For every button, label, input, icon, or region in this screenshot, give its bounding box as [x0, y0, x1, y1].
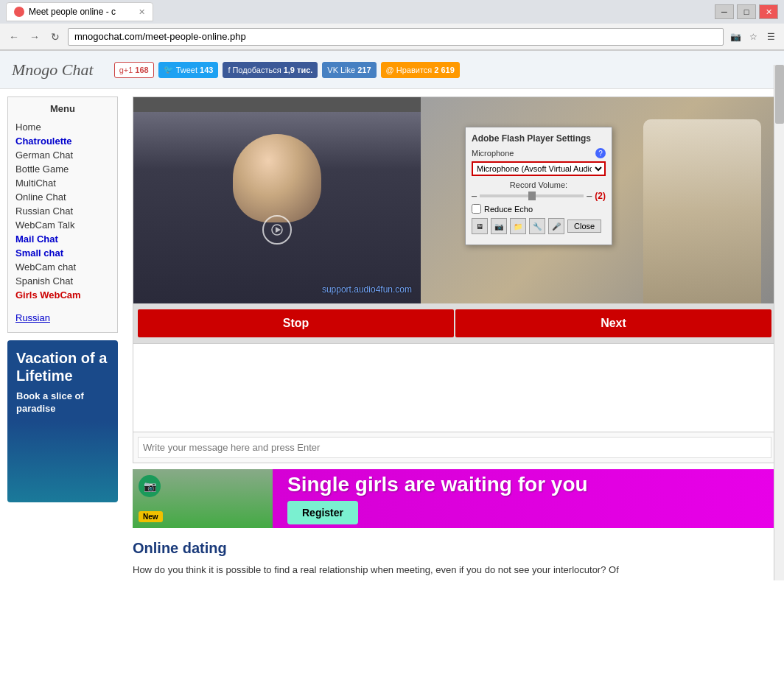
main-layout: Menu Home Chatroulette German Chat Bottl…: [0, 89, 784, 605]
sidebar-ad-title: Vacation of a Lifetime: [16, 349, 109, 384]
nav-bar: ← → ↻ 📷 ☆ ☰: [0, 24, 784, 50]
tab-favicon: [14, 7, 24, 17]
banner-headline: Single girls are waiting for you: [287, 473, 762, 496]
minimize-btn[interactable]: ─: [715, 4, 734, 19]
menu-icon[interactable]: ☰: [763, 29, 778, 44]
banner-area[interactable]: 📷 New Single girls are waiting for you R…: [133, 469, 777, 528]
chat-area: support.audio4fun.com Adobe Flash Player…: [133, 96, 777, 463]
sidebar-ad[interactable]: Vacation of a Lifetime Book a slice of p…: [7, 340, 118, 502]
fb-icon: f: [228, 66, 230, 74]
fb-btn[interactable]: f Подобасться 1,9 тис.: [223, 62, 318, 78]
banner-text-area: Single girls are waiting for you Registe…: [273, 473, 777, 524]
sidebar-item-bottle-game[interactable]: Bottle Game: [15, 164, 69, 175]
video-icon[interactable]: 📷: [728, 29, 743, 44]
sidebar-item-home[interactable]: Home: [15, 122, 41, 133]
refresh-btn[interactable]: ↻: [47, 29, 63, 45]
tab-close-btn[interactable]: ✕: [139, 7, 145, 17]
back-btn[interactable]: ←: [6, 29, 22, 45]
maximize-btn[interactable]: □: [737, 4, 756, 19]
address-bar[interactable]: [68, 28, 724, 46]
banner-cam-icon: 📷: [139, 475, 161, 497]
stop-btn[interactable]: Stop: [138, 309, 454, 337]
flash-icon-folder[interactable]: 📁: [510, 218, 526, 234]
sidebar-item-mail-chat[interactable]: Mail Chat: [15, 233, 58, 245]
flash-volume-label: Record Volume:: [472, 180, 606, 189]
btn-row: Stop Next: [133, 303, 776, 343]
browser-chrome: Meet people online - c ✕ ─ □ ✕ ← → ↻ 📷 ☆…: [0, 0, 784, 51]
close-btn[interactable]: ✕: [759, 4, 778, 19]
next-btn[interactable]: Next: [455, 309, 771, 337]
sidebar: Menu Home Chatroulette German Chat Bottl…: [0, 96, 125, 597]
sidebar-item-girls-webcam[interactable]: Girls WebCam: [15, 289, 81, 301]
browser-tab[interactable]: Meet people online - c ✕: [6, 2, 153, 21]
star-icon[interactable]: ☆: [746, 29, 760, 44]
reduce-echo-checkbox[interactable]: [472, 204, 481, 214]
social-bar: g+1 168 🐦 Tweet 143 f Подобасться 1,9 ти…: [114, 62, 460, 78]
sidebar-lang: Russian: [15, 309, 110, 326]
language-link[interactable]: Russian: [15, 312, 50, 323]
ok-btn[interactable]: @ Нравится 2 619: [381, 62, 460, 78]
flash-volume-slider[interactable]: [480, 194, 584, 197]
vk-count: 217: [357, 66, 371, 74]
flash-help-icon[interactable]: ?: [595, 148, 606, 158]
sidebar-item-german-chat[interactable]: German Chat: [15, 150, 73, 161]
video-person-visual: [133, 112, 421, 303]
video-watermark: support.audio4fun.com: [322, 284, 412, 295]
banner-register-btn[interactable]: Register: [287, 501, 358, 524]
sidebar-item-russian-chat[interactable]: Russian Chat: [15, 206, 73, 217]
gplus-btn[interactable]: g+1 168: [114, 62, 154, 78]
title-bar: Meet people online - c ✕ ─ □ ✕: [0, 0, 784, 24]
sidebar-item-webcam-chat[interactable]: WebCam chat: [15, 261, 76, 273]
banner-person-image: 📷 New: [133, 469, 273, 528]
sidebar-menu-box: Menu Home Chatroulette German Chat Bottl…: [7, 96, 118, 333]
vk-icon: VK: [327, 66, 338, 74]
scroll-thumb[interactable]: [775, 65, 784, 124]
tab-title: Meet people online - c: [29, 7, 116, 17]
nav-icons: 📷 ☆ ☰: [728, 29, 778, 44]
sidebar-item-chatroulette[interactable]: Chatroulette: [15, 136, 72, 147]
flash-icon-display[interactable]: 🖥: [472, 218, 488, 234]
video-right-person: [643, 119, 761, 303]
message-input[interactable]: [138, 437, 771, 458]
flash-microphone-label: Microphone ?: [472, 148, 606, 158]
article-text: How do you think it is possible to find …: [133, 563, 777, 577]
flash-volume-number: (2): [595, 191, 606, 201]
forward-btn[interactable]: →: [27, 29, 43, 45]
message-input-row: [133, 432, 776, 463]
sidebar-item-spanish-chat[interactable]: Spanish Chat: [15, 275, 73, 287]
article-area: Online dating How do you think it is pos…: [133, 534, 777, 583]
flash-volume-row: ─ ─ (2): [472, 191, 606, 201]
vol-right: ─: [587, 192, 592, 200]
sidebar-item-webcam-talk[interactable]: WebCam Talk: [15, 219, 74, 231]
twitter-btn[interactable]: 🐦 Tweet 143: [158, 62, 219, 78]
menu-title: Menu: [15, 103, 110, 114]
flash-icon-settings[interactable]: 🔧: [529, 218, 545, 234]
flash-icon-cam[interactable]: 📷: [491, 218, 507, 234]
site-header: Mnogo Chat g+1 168 🐦 Tweet 143 f Подобас…: [0, 51, 784, 89]
vk-btn[interactable]: VK Like 217: [322, 62, 376, 78]
flash-icon-mic[interactable]: 🎤: [548, 218, 564, 234]
scrollbar[interactable]: [774, 65, 784, 580]
twitter-count: 143: [200, 66, 213, 74]
sidebar-item-small-chat[interactable]: Small chat: [15, 247, 63, 259]
flash-slider-thumb: [528, 192, 536, 200]
twitter-bird-icon: 🐦: [164, 65, 174, 74]
flash-close-btn[interactable]: Close: [567, 219, 601, 233]
window-controls: ─ □ ✕: [715, 4, 778, 19]
twitter-label: Tweet: [176, 66, 197, 74]
sidebar-ad-sub: Book a slice of paradise: [16, 390, 109, 415]
flash-icons-row: 🖥 📷 📁 🔧 🎤 Close: [472, 218, 606, 234]
article-title: Online dating: [133, 540, 777, 557]
sidebar-item-online-chat[interactable]: Online Chat: [15, 192, 66, 203]
sidebar-item-multichat[interactable]: MultiChat: [15, 178, 56, 189]
chat-log: [133, 343, 776, 432]
banner-left: 📷 New: [133, 469, 273, 528]
video-play-icon: [262, 215, 292, 245]
main-content: support.audio4fun.com Adobe Flash Player…: [125, 96, 784, 597]
fb-label: Подобасться: [232, 66, 281, 74]
video-row: support.audio4fun.com Adobe Flash Player…: [133, 97, 776, 303]
site-logo: Mnogo Chat: [12, 60, 94, 80]
flash-microphone-select[interactable]: Microphone (Avsoft Virtual Audio De: [472, 161, 606, 176]
ok-icon: @: [386, 66, 394, 74]
flash-dialog-title: Adobe Flash Player Settings: [472, 133, 606, 144]
